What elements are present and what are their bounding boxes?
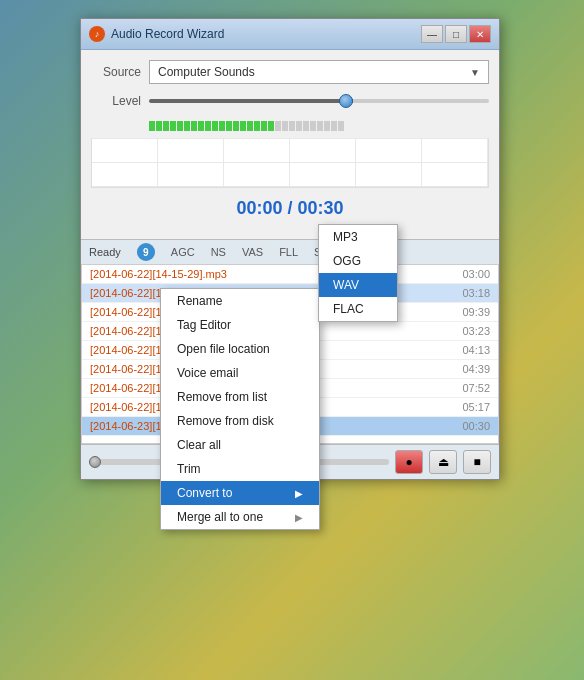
waveform-cell [290, 139, 356, 163]
waveform-cell [92, 163, 158, 187]
timer-display: 00:00 / 00:30 [91, 194, 489, 223]
context-menu-item-remove-disk[interactable]: Remove from disk [161, 409, 319, 433]
meter-bar [268, 121, 274, 131]
meter-bar [303, 121, 309, 131]
minimize-button[interactable]: — [421, 25, 443, 43]
ctx-item-label: Remove from disk [177, 414, 274, 428]
waveform-cell [422, 139, 488, 163]
meter-bar [226, 121, 232, 131]
stop-button[interactable]: ■ [463, 450, 491, 474]
ctx-item-label: Rename [177, 294, 222, 308]
meter-bar [240, 121, 246, 131]
context-menu-item-tag-editor[interactable]: Tag Editor [161, 313, 319, 337]
meter-bar [163, 121, 169, 131]
submenu-item-mp3[interactable]: MP3 [319, 225, 397, 249]
file-duration: 00:30 [462, 420, 490, 432]
meter-bar [275, 121, 281, 131]
ctx-item-label: Convert to [177, 486, 232, 500]
submenu-item-ogg[interactable]: OGG [319, 249, 397, 273]
waveform-cell [356, 139, 422, 163]
ready-label: Ready [89, 246, 121, 258]
source-row: Source Computer Sounds ▼ [91, 60, 489, 84]
ctx-item-label: Tag Editor [177, 318, 231, 332]
source-dropdown[interactable]: Computer Sounds ▼ [149, 60, 489, 84]
app-icon: ♪ [89, 26, 105, 42]
ctx-item-label: Remove from list [177, 390, 267, 404]
file-duration: 07:52 [462, 382, 490, 394]
fll-label: FLL [279, 246, 298, 258]
meter-bar [317, 121, 323, 131]
source-value: Computer Sounds [158, 65, 255, 79]
ctx-item-label: Clear all [177, 438, 221, 452]
submenu-arrow-icon: ▶ [295, 488, 303, 499]
context-menu-item-remove-list[interactable]: Remove from list [161, 385, 319, 409]
meter-bar [338, 121, 344, 131]
waveform-cell [158, 163, 224, 187]
meter-bar [261, 121, 267, 131]
ctx-item-label: Merge all to one [177, 510, 263, 524]
waveform-area [91, 138, 489, 188]
context-menu-item-rename[interactable]: Rename [161, 289, 319, 313]
window-body: Source Computer Sounds ▼ Level [81, 50, 499, 239]
submenu-item-flac[interactable]: FLAC [319, 297, 397, 321]
level-row: Level [91, 92, 489, 110]
dropdown-arrow-icon: ▼ [470, 67, 480, 78]
window-title: Audio Record Wizard [111, 27, 224, 41]
waveform-cell [290, 163, 356, 187]
ready-count-badge: 9 [137, 243, 155, 261]
waveform-cell [356, 163, 422, 187]
ns-label: NS [211, 246, 226, 258]
context-menu-item-clear-all[interactable]: Clear all [161, 433, 319, 457]
file-duration: 05:17 [462, 401, 490, 413]
maximize-button[interactable]: □ [445, 25, 467, 43]
record-button[interactable]: ● [395, 450, 423, 474]
waveform-cell [92, 139, 158, 163]
file-duration: 09:39 [462, 306, 490, 318]
level-slider[interactable] [149, 92, 489, 110]
slider-thumb [339, 94, 353, 108]
toolbar-bar: Ready 9 AGC NS VAS FLL Schedule [81, 239, 499, 264]
meter-bar [184, 121, 190, 131]
submenu: MP3OGGWAVFLAC [318, 224, 398, 322]
file-item[interactable]: [2014-06-22][14-15-29].mp303:00 [82, 265, 498, 284]
context-menu-item-convert-to[interactable]: Convert to▶ [161, 481, 319, 505]
vas-label: VAS [242, 246, 263, 258]
meter-bar [310, 121, 316, 131]
meter-bar [219, 121, 225, 131]
meter-bar [198, 121, 204, 131]
source-label: Source [91, 65, 141, 79]
meter-bar [296, 121, 302, 131]
file-duration: 04:39 [462, 363, 490, 375]
slider-track [149, 99, 489, 103]
context-menu-item-open-location[interactable]: Open file location [161, 337, 319, 361]
file-name: [2014-06-22][14-15-29].mp3 [90, 268, 227, 280]
meter-bar [170, 121, 176, 131]
meter-bar [156, 121, 162, 131]
meter-bar [289, 121, 295, 131]
progress-thumb [89, 456, 101, 468]
level-meter-row [149, 118, 489, 134]
level-label: Level [91, 94, 141, 108]
submenu-item-wav[interactable]: WAV [319, 273, 397, 297]
meter-bar [331, 121, 337, 131]
ctx-item-label: Voice email [177, 366, 238, 380]
context-menu-item-trim[interactable]: Trim [161, 457, 319, 481]
waveform-cell [224, 139, 290, 163]
meter-bar [177, 121, 183, 131]
meter-bar [247, 121, 253, 131]
submenu-arrow-icon: ▶ [295, 512, 303, 523]
context-menu-item-voice-email[interactable]: Voice email [161, 361, 319, 385]
context-menu-item-merge-all[interactable]: Merge all to one▶ [161, 505, 319, 529]
close-button[interactable]: ✕ [469, 25, 491, 43]
context-menu: RenameTag EditorOpen file locationVoice … [160, 288, 320, 530]
meter-bar [212, 121, 218, 131]
meter-bar [254, 121, 260, 131]
eject-button[interactable]: ⏏ [429, 450, 457, 474]
level-meter [149, 118, 489, 134]
ctx-item-label: Trim [177, 462, 201, 476]
meter-bar [191, 121, 197, 131]
waveform-cell [158, 139, 224, 163]
title-bar: ♪ Audio Record Wizard — □ ✕ [81, 19, 499, 50]
agc-label: AGC [171, 246, 195, 258]
waveform-cell [422, 163, 488, 187]
